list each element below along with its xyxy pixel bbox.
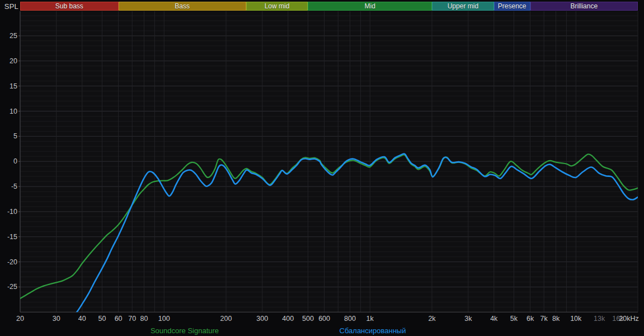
x-tick-label-80: 80 [140, 315, 148, 323]
y-tick-label: 5 [0, 132, 17, 140]
x-tick-label-7k: 7k [540, 315, 548, 323]
y-tick-label: -10 [0, 208, 17, 216]
x-tick-label-400: 400 [282, 315, 294, 323]
x-tick-label-20khz: 20kHz [619, 315, 638, 323]
y-tick-label: -20 [0, 258, 17, 266]
x-tick-label-60: 60 [115, 315, 123, 323]
x-tick-label-30: 30 [53, 315, 60, 323]
x-tick-label-13k: 13k [594, 315, 605, 323]
x-tick-label-100: 100 [158, 315, 170, 323]
x-tick-label-5k: 5k [510, 315, 518, 323]
frequency-response-plot [0, 0, 644, 336]
x-tick-label-6k: 6k [527, 315, 534, 323]
y-tick-label: -25 [0, 283, 17, 291]
legend-item-soundcore-signature: Soundcore Signature [151, 326, 219, 335]
x-tick-label-2k: 2k [428, 315, 435, 323]
x-tick-label-40: 40 [78, 315, 86, 323]
x-tick-label-50: 50 [98, 315, 106, 323]
x-tick-label-1k: 1k [366, 315, 374, 323]
x-tick-label-300: 300 [256, 315, 268, 323]
x-tick-label-800: 800 [344, 315, 356, 323]
x-tick-label-600: 600 [318, 315, 330, 323]
x-tick-label-8k: 8k [552, 315, 560, 323]
frequency-response-chart: SPL Sub bassBassLow midMidUpper midPrese… [0, 0, 644, 336]
x-tick-label-70: 70 [128, 315, 136, 323]
x-tick-label-10k: 10k [570, 315, 581, 323]
y-tick-label: 25 [0, 32, 17, 40]
y-tick-label: 0 [0, 157, 17, 165]
y-tick-label: 15 [0, 82, 17, 90]
y-tick-label: -5 [0, 183, 17, 190]
x-tick-label-20: 20 [16, 315, 24, 323]
x-tick-label-3k: 3k [464, 315, 472, 323]
x-tick-label-500: 500 [302, 315, 314, 323]
y-tick-label: 20 [0, 57, 17, 65]
x-tick-label-4k: 4k [490, 315, 497, 323]
legend-item-balanced: Сбалансированный [340, 326, 406, 335]
y-tick-label: -15 [0, 233, 17, 241]
y-tick-label: 10 [0, 108, 17, 115]
x-tick-label-200: 200 [220, 315, 232, 323]
